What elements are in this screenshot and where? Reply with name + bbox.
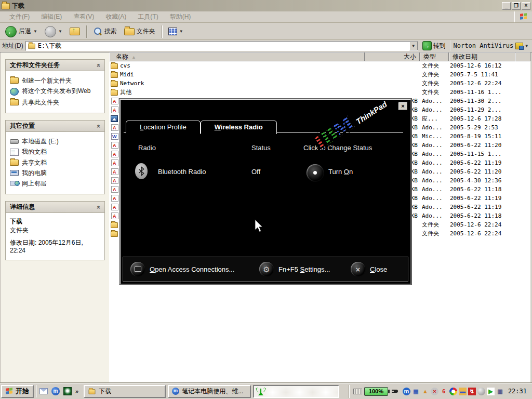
display-settings-tray-icon[interactable]: ▬: [459, 388, 467, 395]
disk-icon: [10, 139, 19, 144]
column-header-type[interactable]: 类型: [420, 52, 449, 61]
file-date: 2005-6-22 11:18: [449, 186, 515, 193]
red-six-tray-icon[interactable]: 6: [440, 388, 448, 395]
monitor-tray-icon[interactable]: ▥: [496, 388, 504, 395]
file-date: 2005-6-22 11:20: [449, 168, 515, 175]
search-label: 搜索: [104, 27, 117, 36]
file-type: Ado...: [420, 98, 449, 104]
menu-help[interactable]: 帮助(H): [165, 11, 196, 22]
menu-edit[interactable]: 编辑(E): [36, 11, 67, 22]
address-input[interactable]: E:\下载 ▼: [25, 41, 418, 51]
gray-sphere-tray-icon[interactable]: [477, 388, 485, 395]
place-shared-documents[interactable]: 共享文档: [10, 157, 101, 168]
file-type: 文件夹: [420, 62, 449, 70]
views-button[interactable]: ▼: [166, 26, 185, 36]
table-row[interactable]: Midi文件夹2005-7-5 11:41: [109, 70, 530, 79]
file-tasks-header[interactable]: 文件和文件夹任务 »: [6, 60, 104, 71]
column-header-name[interactable]: 名称 ▲: [109, 52, 365, 61]
network-computers-tray-icon[interactable]: ▦: [412, 388, 420, 395]
collapse-chevron-icon[interactable]: »: [95, 63, 102, 67]
task-new-folder[interactable]: 创建一个新文件夹: [10, 75, 101, 86]
pdf-file-icon: [111, 98, 118, 104]
other-places-header[interactable]: 其它位置 »: [6, 121, 104, 132]
folder-file-icon: [111, 81, 118, 87]
battery-indicator[interactable]: 100%: [364, 387, 388, 396]
dialog-close-button[interactable]: ×: [398, 102, 407, 110]
restore-button[interactable]: ❐: [512, 2, 521, 10]
file-date: 2005-7-5 11:41: [449, 71, 515, 78]
forward-button[interactable]: → ▼: [43, 25, 64, 38]
keyboard-layout-icon[interactable]: [353, 389, 362, 394]
collapse-chevron-icon[interactable]: »: [95, 124, 102, 128]
window-folder-icon: [2, 3, 10, 9]
back-caret-icon[interactable]: ▼: [33, 29, 37, 34]
column-header-size[interactable]: 大小: [365, 52, 420, 61]
file-type: Ado...: [420, 107, 449, 113]
file-type: 文件夹: [420, 79, 449, 87]
file-type: Ado...: [420, 124, 449, 131]
collapse-chevron-icon[interactable]: »: [95, 205, 102, 209]
folders-button[interactable]: 文件夹: [122, 26, 157, 37]
taskbar-task-maxthon[interactable]: m 笔记本电脑使用、维...: [168, 385, 251, 398]
views-icon: [168, 28, 177, 35]
maxthon-tray-icon[interactable]: m: [403, 388, 410, 395]
place-network[interactable]: 网上邻居: [10, 178, 101, 189]
back-icon: ←: [5, 26, 17, 37]
outlook-express-icon[interactable]: [39, 388, 48, 394]
details-folder-kind: 文件夹: [10, 226, 101, 235]
taskbar-task-wireless[interactable]: [253, 385, 339, 398]
address-value: E:\下载: [38, 42, 62, 50]
menu-favorites[interactable]: 收藏(A): [100, 11, 131, 22]
menu-view[interactable]: 查看(V): [68, 11, 99, 22]
lightning-tray-icon[interactable]: ↯: [468, 388, 476, 395]
pdf-file-icon: [111, 151, 118, 157]
maxthon-icon[interactable]: m: [51, 387, 60, 395]
norton-antivirus-button[interactable]: Norton AntiVirus ▼: [450, 41, 531, 51]
place-my-documents[interactable]: 我的文档: [10, 147, 101, 157]
fn-f5-settings-button[interactable]: ⚙ Fn+F5 Settings...: [259, 262, 330, 276]
acdsee-icon[interactable]: [63, 387, 72, 395]
menu-tools[interactable]: 工具(T): [132, 11, 163, 22]
thinkpad-wireless-dialog: × IBM ThinkPad Location Profile Wireless…: [119, 99, 411, 285]
forward-caret-icon[interactable]: ▼: [58, 29, 62, 34]
folder-file-icon: [111, 63, 118, 69]
norton-caret-icon[interactable]: ▼: [525, 44, 528, 48]
search-button[interactable]: 搜索: [91, 26, 119, 37]
menu-file[interactable]: 文件(F): [4, 11, 35, 22]
device-name: Bluetooth Radio: [158, 168, 206, 176]
back-label: 后退: [19, 27, 31, 36]
table-row[interactable]: cvs文件夹2005-12-6 16:12: [109, 61, 530, 70]
up-button[interactable]: [68, 26, 82, 36]
column-header-modified[interactable]: 修改日期: [449, 52, 515, 61]
tab-location-profile[interactable]: Location Profile: [126, 121, 201, 134]
minimize-button[interactable]: _: [502, 2, 511, 10]
address-dropdown-button[interactable]: ▼: [409, 42, 418, 50]
quick-launch-overflow[interactable]: »: [75, 388, 78, 394]
task-publish-web[interactable]: 将这个文件夹发布到Web: [10, 86, 101, 97]
table-row[interactable]: 其他文件夹2005-11-16 1...: [109, 88, 530, 97]
go-button[interactable]: → 转到: [420, 41, 448, 50]
back-button[interactable]: ← 后退 ▼: [3, 25, 39, 38]
file-date: 2005-6-22 11:19: [449, 195, 515, 202]
doc-file-icon: [111, 133, 118, 140]
media-player-tray-icon[interactable]: ▶: [487, 388, 495, 395]
turn-on-label[interactable]: Turn On: [328, 168, 353, 176]
sort-arrow-icon: ▲: [131, 55, 136, 60]
close-button[interactable]: ×: [522, 2, 530, 10]
dialog-close-footer-button[interactable]: × Close: [351, 262, 387, 276]
acdsee-tray-icon[interactable]: ▲: [421, 388, 429, 395]
details-header[interactable]: 详细信息 »: [6, 202, 104, 213]
swirl-tray-icon[interactable]: [449, 388, 457, 395]
table-row[interactable]: Network文件夹2005-12-6 22:24: [109, 79, 530, 88]
taskbar-task-downloads[interactable]: 下载: [84, 385, 166, 398]
window-titlebar[interactable]: 下载 _ ❐ ×: [0, 0, 532, 11]
open-access-connections-button[interactable]: Open Access Connections...: [130, 262, 234, 276]
start-button[interactable]: 开始: [1, 385, 34, 398]
error-ball-tray-icon[interactable]: ×: [431, 388, 438, 395]
turn-on-button[interactable]: [307, 164, 324, 181]
views-caret-icon[interactable]: ▼: [179, 29, 183, 34]
place-my-computer[interactable]: 我的电脑: [10, 168, 101, 178]
place-local-disk[interactable]: 本地磁盘 (E:): [10, 136, 101, 147]
tab-wireless-radio[interactable]: Wireless Radio: [201, 121, 277, 134]
task-share-folder[interactable]: 共享此文件夹: [10, 97, 101, 108]
